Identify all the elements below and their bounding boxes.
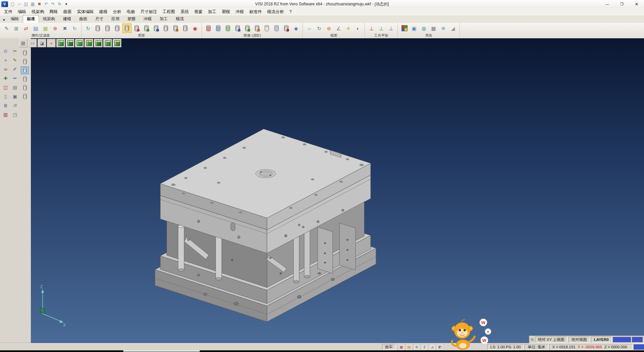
view-right-button[interactable] bbox=[103, 39, 112, 47]
solid-tool-button[interactable]: ◫ bbox=[1, 83, 10, 91]
menu-system[interactable]: 系统 bbox=[178, 8, 192, 15]
cplane-edit-button[interactable]: ⊥ bbox=[386, 24, 395, 33]
close-button[interactable]: ✕ bbox=[629, 0, 644, 8]
view-front-button[interactable] bbox=[85, 39, 93, 47]
cylinder-wireframe-button[interactable] bbox=[93, 24, 102, 33]
delete-button[interactable]: ✖ bbox=[36, 1, 43, 7]
view-zoom-button[interactable]: ⊕ bbox=[324, 24, 333, 33]
menu-molding[interactable]: 塑模 bbox=[219, 8, 233, 15]
help-2-button[interactable]: 2 bbox=[421, 344, 428, 350]
cylinder-dynamic-button[interactable] bbox=[122, 24, 131, 33]
zoom-window-button[interactable]: ⊙ bbox=[1, 47, 10, 55]
view-top-button[interactable] bbox=[75, 39, 84, 47]
menu-file[interactable]: 文件 bbox=[1, 8, 15, 15]
cplane-create-button[interactable]: ⊥ bbox=[367, 24, 376, 33]
view-shade-button[interactable]: ◐ bbox=[354, 24, 363, 33]
barrel-half-button[interactable] bbox=[262, 24, 271, 33]
barrel-green-button[interactable] bbox=[223, 24, 232, 33]
viewport-canvas[interactable]: Z X bbox=[31, 38, 644, 343]
cylinder-section-button[interactable] bbox=[132, 24, 141, 33]
refresh-attributes-button[interactable]: ↻ bbox=[70, 24, 79, 33]
view-pan-button[interactable]: ⇔ bbox=[305, 24, 314, 33]
cylinder-stack-button[interactable] bbox=[181, 24, 190, 33]
new-file-button[interactable]: ▢ bbox=[9, 1, 16, 7]
refresh-button[interactable]: ↻ bbox=[56, 1, 63, 7]
view-light-button[interactable]: ☀ bbox=[344, 24, 353, 33]
preferences-button[interactable]: ⊛ bbox=[413, 344, 420, 350]
units-indicator[interactable]: 单位: 毫米 bbox=[525, 344, 548, 350]
erase-elements-button[interactable]: ✖ bbox=[60, 24, 69, 33]
menu-mesh[interactable]: 网格 bbox=[47, 8, 61, 15]
save-file-button[interactable]: ◫ bbox=[23, 1, 29, 7]
axes-view-button[interactable]: ＋ bbox=[47, 39, 56, 47]
cylinder-shaded-button[interactable] bbox=[103, 24, 112, 33]
palette-mini-button[interactable]: ▤ bbox=[406, 344, 413, 350]
tab-flow[interactable]: 模流 bbox=[172, 15, 188, 23]
active-color-a-swatch[interactable] bbox=[613, 337, 631, 342]
open-file-button[interactable]: ▱ bbox=[16, 1, 22, 7]
cube-mini-button[interactable]: ◩ bbox=[436, 344, 443, 350]
absolute-view-indicator[interactable]: 绝对视图 bbox=[569, 337, 590, 343]
print-button[interactable]: ▥ bbox=[30, 1, 36, 7]
slope-button[interactable]: ◢ bbox=[448, 24, 458, 33]
barrel-blue-button[interactable] bbox=[214, 24, 223, 33]
tab-modeling[interactable]: 建模 bbox=[59, 15, 75, 23]
menu-surface[interactable]: 曲面 bbox=[61, 8, 74, 15]
tab-mold-film[interactable]: 塑膜 bbox=[123, 15, 140, 23]
customize-dropdown-button[interactable]: ▾ bbox=[63, 1, 69, 7]
view-mode-indicator[interactable]: 绝对 XY 上视图 bbox=[535, 337, 568, 343]
body-filter-1-button[interactable] bbox=[21, 49, 29, 57]
gem-blue-button[interactable]: ◆ bbox=[291, 24, 301, 33]
menu-flow-analysis[interactable]: 模流分析 bbox=[265, 8, 287, 15]
snap-settings-button[interactable]: ▦ bbox=[398, 344, 405, 350]
trim-element-button[interactable]: ✂ bbox=[11, 47, 19, 55]
view-iso-sw-button[interactable] bbox=[66, 39, 74, 47]
magnifier-icon[interactable]: ⊙ bbox=[531, 338, 534, 342]
tab-edit[interactable]: 编辑 bbox=[7, 15, 23, 23]
quick-select-button[interactable]: ⊕ bbox=[51, 24, 60, 33]
filter-layers-button[interactable]: ▤ bbox=[31, 24, 40, 33]
tab-machining[interactable]: 加工 bbox=[156, 15, 172, 23]
view-rotate-button[interactable]: ↻ bbox=[315, 24, 324, 33]
menu-dimensioning[interactable]: 尺寸标注 bbox=[138, 8, 160, 15]
tab-surface[interactable]: 曲面 bbox=[75, 15, 91, 23]
shaded-view-button[interactable]: ◪ bbox=[38, 39, 46, 47]
undo-button[interactable]: ↶ bbox=[43, 1, 49, 7]
menu-edit[interactable]: 编辑 bbox=[15, 8, 29, 15]
body-filter-4-button[interactable] bbox=[21, 75, 29, 83]
menu-wireframe[interactable]: 线架构 bbox=[29, 8, 47, 15]
tab-application[interactable]: 应用 bbox=[107, 15, 123, 23]
sketch-button[interactable]: ✎ bbox=[11, 56, 19, 64]
data-table-button[interactable]: ▦ bbox=[429, 24, 438, 33]
edit-geometry-button[interactable]: ✐ bbox=[11, 65, 19, 73]
filter-mini-button[interactable]: ⊿ bbox=[429, 344, 436, 350]
modify-attributes-button[interactable]: ✎ bbox=[2, 24, 11, 33]
barrel-delete-button[interactable] bbox=[282, 24, 291, 33]
match-properties-button[interactable]: ⊞ bbox=[12, 24, 21, 33]
bookmark-button[interactable]: ▥ bbox=[1, 111, 10, 119]
active-color-b-swatch[interactable] bbox=[632, 337, 643, 342]
layer-stack-button[interactable]: ≣ bbox=[1, 101, 10, 109]
element-list-button[interactable]: ▤ bbox=[19, 39, 28, 47]
menu-analysis[interactable]: 分析 bbox=[110, 8, 124, 15]
box-tool-button[interactable]: ▣ bbox=[11, 92, 19, 100]
globe-button[interactable]: ◍ bbox=[419, 24, 428, 33]
menu-modeling[interactable]: 建模 bbox=[97, 8, 110, 15]
maximize-button[interactable]: ❐ bbox=[614, 0, 629, 8]
barrel-red-button[interactable] bbox=[204, 24, 213, 33]
barrel-zoom-button[interactable] bbox=[233, 24, 242, 33]
tab-overflow-button[interactable]: ▼ bbox=[1, 18, 7, 23]
cylinder-tool-button[interactable]: ▯ bbox=[1, 92, 10, 100]
body-filter-3-button[interactable] bbox=[21, 67, 29, 74]
barrel-pair-button[interactable] bbox=[272, 24, 281, 33]
menu-electrode[interactable]: 电极 bbox=[124, 8, 138, 15]
view-dynamic-button[interactable] bbox=[113, 39, 121, 47]
menu-solid-edit[interactable]: 实体编辑 bbox=[74, 8, 97, 15]
render-wheel-button[interactable]: ◉ bbox=[191, 24, 200, 33]
menu-standard-parts[interactable]: 标准件 bbox=[247, 8, 265, 15]
selection-mask-button[interactable]: ▦ bbox=[41, 24, 50, 33]
mold-model[interactable] bbox=[155, 129, 376, 322]
menu-machining[interactable]: 加工 bbox=[205, 8, 219, 15]
cylinder-hidden-line-button[interactable] bbox=[113, 24, 122, 33]
monitor-button[interactable]: ▣ bbox=[410, 24, 419, 33]
